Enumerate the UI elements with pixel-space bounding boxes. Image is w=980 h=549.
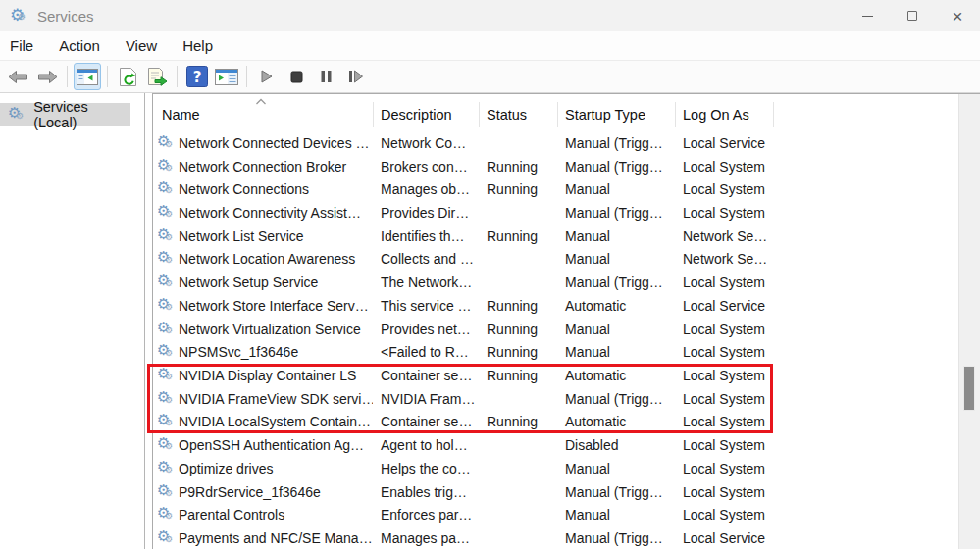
table-row[interactable]: ⚙⚙ Network Connected Devices … Network C…	[153, 131, 958, 155]
service-gear-icon: ⚙⚙	[157, 436, 175, 454]
close-button[interactable]: ×	[935, 0, 980, 31]
refresh-button[interactable]	[114, 63, 141, 90]
sort-ascending-icon	[255, 98, 267, 106]
service-status: Running	[479, 159, 557, 175]
service-description: Manages ob…	[373, 181, 479, 197]
help-button[interactable]: ?	[183, 63, 211, 90]
restart-service-icon	[348, 70, 363, 83]
service-log-on-as: Local System	[675, 159, 773, 175]
service-log-on-as: Local Service	[675, 298, 773, 314]
console-tree-icon	[77, 69, 98, 85]
pause-service-button[interactable]	[312, 63, 339, 90]
column-header-filler	[773, 94, 958, 131]
table-row[interactable]: ⚙⚙ Network Connectivity Assist… Provides…	[153, 201, 958, 225]
maximize-icon	[907, 11, 917, 21]
service-startup-type: Manual	[557, 507, 675, 523]
column-header-log-on-as[interactable]: Log On As	[675, 94, 773, 131]
service-gear-icon: ⚙⚙	[157, 506, 175, 524]
service-gear-icon: ⚙⚙	[157, 321, 175, 338]
services-app-icon: ⚙⚙	[10, 7, 27, 25]
service-gear-icon: ⚙⚙	[157, 204, 175, 222]
service-name: OpenSSH Authentication Ag…	[179, 437, 364, 453]
table-row[interactable]: ⚙⚙ Payments and NFC/SE Mana… Manages pa……	[153, 526, 958, 549]
table-row[interactable]: ⚙⚙ Network Store Interface Serv… This se…	[153, 294, 958, 318]
start-service-button[interactable]	[253, 63, 281, 90]
minimize-icon	[862, 16, 873, 17]
service-description: Enables trig…	[373, 484, 479, 500]
table-row[interactable]: ⚙⚙ Network Setup Service The Network… Ma…	[153, 271, 958, 294]
column-header-description[interactable]: Description	[373, 94, 479, 131]
minimize-button[interactable]	[845, 0, 890, 31]
table-row[interactable]: ⚙⚙ Optimize drives Helps the co… Manual …	[153, 457, 958, 480]
service-startup-type: Manual	[557, 181, 675, 197]
tree-item-services-local[interactable]: ⚙⚙ Services (Local)	[0, 103, 130, 126]
service-name: Payments and NFC/SE Mana…	[179, 530, 373, 546]
service-startup-type: Manual	[557, 344, 675, 360]
refresh-icon	[119, 67, 137, 87]
service-log-on-as: Local System	[675, 414, 773, 429]
vertical-scrollbar[interactable]	[958, 94, 980, 549]
table-row[interactable]: ⚙⚙ Network Connections Manages ob… Runni…	[153, 177, 958, 201]
service-log-on-as: Local Service	[675, 135, 773, 151]
service-description: Agent to hol…	[373, 437, 479, 453]
table-row[interactable]: ⚙⚙ Network Virtualization Service Provid…	[153, 318, 958, 341]
header-separator[interactable]	[557, 102, 558, 127]
forward-button[interactable]	[33, 63, 61, 90]
service-rows: ⚙⚙ Network Connected Devices … Network C…	[153, 131, 958, 549]
column-header-startup-type[interactable]: Startup Type	[557, 94, 675, 131]
table-row[interactable]: ⚙⚙ OpenSSH Authentication Ag… Agent to h…	[153, 433, 958, 457]
service-startup-type: Automatic	[557, 368, 675, 383]
table-row[interactable]: ⚙⚙ Network Connection Broker Brokers con…	[153, 155, 958, 178]
service-log-on-as: Local System	[675, 437, 773, 453]
close-icon: ×	[952, 7, 962, 25]
table-row[interactable]: ⚙⚙ Network List Service Identifies th… R…	[153, 225, 958, 248]
tree-item-label: Services (Local)	[33, 99, 130, 130]
service-description: Brokers con…	[373, 159, 479, 175]
table-row[interactable]: ⚙⚙ NVIDIA FrameView SDK servi… NVIDIA Fr…	[153, 387, 958, 411]
title-bar: ⚙⚙ Services ×	[0, 0, 980, 31]
menu-file[interactable]: File	[0, 31, 46, 60]
header-separator[interactable]	[675, 102, 676, 127]
back-button[interactable]	[4, 63, 31, 90]
stop-service-button[interactable]	[283, 63, 310, 90]
menu-action[interactable]: Action	[46, 31, 113, 60]
table-row[interactable]: ⚙⚙ NVIDIA LocalSystem Contain… Container…	[153, 411, 958, 434]
header-separator[interactable]	[773, 102, 774, 127]
service-startup-type: Manual	[557, 251, 675, 267]
service-startup-type: Manual (Trigg…	[557, 205, 675, 221]
table-row[interactable]: ⚙⚙ Network Location Awareness Collects a…	[153, 248, 958, 272]
service-log-on-as: Local System	[675, 274, 773, 290]
service-description: Manages pa…	[373, 530, 479, 546]
column-header-status[interactable]: Status	[479, 94, 557, 131]
show-console-tree-button[interactable]	[74, 63, 101, 90]
service-startup-type: Manual (Trigg…	[557, 159, 675, 175]
menu-help[interactable]: Help	[170, 31, 226, 60]
table-row[interactable]: ⚙⚙ Parental Controls Enforces par… Manua…	[153, 504, 958, 527]
service-log-on-as: Local System	[675, 507, 773, 523]
service-gear-icon: ⚙⚙	[157, 227, 175, 245]
toolbar: ?	[0, 61, 980, 93]
service-startup-type: Automatic	[557, 414, 675, 429]
menu-view[interactable]: View	[113, 31, 170, 60]
service-description: Helps the co…	[373, 461, 479, 476]
service-name: Network Virtualization Service	[179, 322, 361, 337]
show-action-pane-button[interactable]	[213, 63, 240, 90]
maximize-button[interactable]	[890, 0, 935, 31]
service-log-on-as: Local System	[675, 461, 773, 476]
toolbar-separator	[177, 66, 178, 87]
services-node-icon: ⚙⚙	[8, 106, 25, 124]
header-separator[interactable]	[479, 102, 480, 127]
service-name: NPSMSvc_1f3646e	[179, 344, 298, 360]
restart-service-button[interactable]	[341, 63, 369, 90]
export-list-button[interactable]	[143, 63, 171, 90]
table-row[interactable]: ⚙⚙ NVIDIA Display Container LS Container…	[153, 364, 958, 387]
service-startup-type: Manual	[557, 228, 675, 244]
table-row[interactable]: ⚙⚙ NPSMSvc_1f3646e <Failed to R… Running…	[153, 340, 958, 364]
service-log-on-as: Local System	[675, 391, 773, 407]
window-title: Services	[37, 8, 94, 25]
table-row[interactable]: ⚙⚙ P9RdrService_1f3646e Enables trig… Ma…	[153, 480, 958, 504]
service-startup-type: Manual (Trigg…	[557, 484, 675, 500]
header-separator[interactable]	[373, 102, 374, 127]
scrollbar-thumb[interactable]	[963, 366, 975, 411]
service-description: Provides net…	[373, 322, 479, 337]
